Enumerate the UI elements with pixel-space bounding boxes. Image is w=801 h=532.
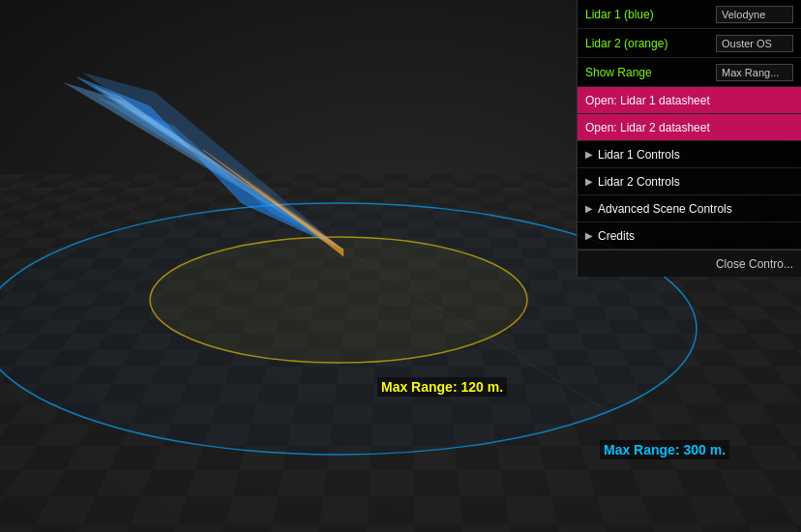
lidar1-row: Lidar 1 (blue) Velodyne: [578, 0, 801, 29]
credits-label: Credits: [598, 229, 635, 243]
lidar1-controls-expand[interactable]: ▶ Lidar 1 Controls: [578, 141, 801, 168]
lidar2-value[interactable]: Ouster OS: [716, 35, 793, 52]
advanced-controls-label: Advanced Scene Controls: [598, 202, 732, 216]
advanced-controls-arrow: ▶: [585, 203, 593, 214]
close-controls-button[interactable]: Close Contro...: [578, 250, 801, 277]
advanced-controls-expand[interactable]: ▶ Advanced Scene Controls: [578, 195, 801, 222]
lidar2-controls-label: Lidar 2 Controls: [598, 175, 680, 189]
lidar2-label: Lidar 2 (orange): [585, 37, 668, 50]
show-range-value[interactable]: Max Rang...: [716, 64, 793, 81]
show-range-label: Show Range: [585, 66, 652, 79]
lidar2-controls-arrow: ▶: [585, 176, 593, 187]
range-label-cyan: Max Range: 300 m.: [600, 440, 729, 459]
open-lidar2-button[interactable]: Open: Lidar 2 datasheet: [578, 114, 801, 141]
lidar1-controls-arrow: ▶: [585, 149, 593, 160]
show-range-row: Show Range Max Rang...: [578, 58, 801, 87]
lidar2-row: Lidar 2 (orange) Ouster OS: [578, 29, 801, 58]
lidar1-value[interactable]: Velodyne: [716, 6, 793, 23]
svg-point-3: [150, 237, 527, 363]
range-label-yellow: Max Range: 120 m.: [377, 377, 507, 397]
control-panel: Lidar 1 (blue) Velodyne Lidar 2 (orange)…: [577, 0, 801, 277]
credits-arrow: ▶: [585, 230, 593, 241]
lidar1-controls-label: Lidar 1 Controls: [598, 148, 680, 162]
lidar1-label: Lidar 1 (blue): [585, 8, 654, 21]
lidar2-controls-expand[interactable]: ▶ Lidar 2 Controls: [578, 168, 801, 195]
credits-expand[interactable]: ▶ Credits: [578, 222, 801, 250]
open-lidar1-button[interactable]: Open: Lidar 1 datasheet: [578, 87, 801, 114]
